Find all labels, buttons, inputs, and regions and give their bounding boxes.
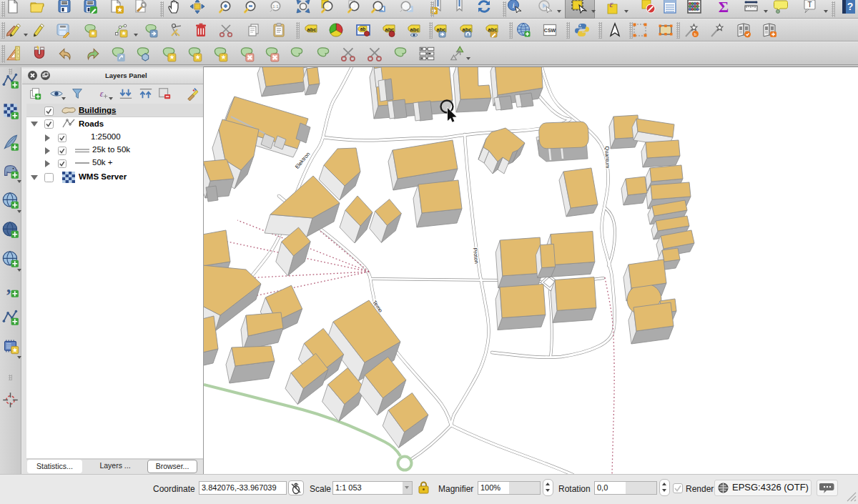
- svg-text:CSW: CSW: [544, 28, 556, 33]
- svg-text:i: i: [512, 1, 514, 9]
- svg-text:Quantum: Quantum: [603, 146, 611, 168]
- svg-text:ε: ε: [609, 0, 613, 9]
- svg-text:ab: ab: [360, 26, 366, 31]
- svg-text:?: ?: [847, 1, 854, 12]
- svg-text:1:1: 1:1: [272, 4, 279, 9]
- svg-text:T: T: [807, 1, 812, 9]
- svg-text:ε: ε: [100, 89, 104, 99]
- svg-text:abc: abc: [410, 26, 420, 33]
- svg-text:abc: abc: [307, 26, 317, 33]
- svg-text:,: ,: [6, 280, 11, 296]
- svg-text:Σ: Σ: [719, 0, 729, 14]
